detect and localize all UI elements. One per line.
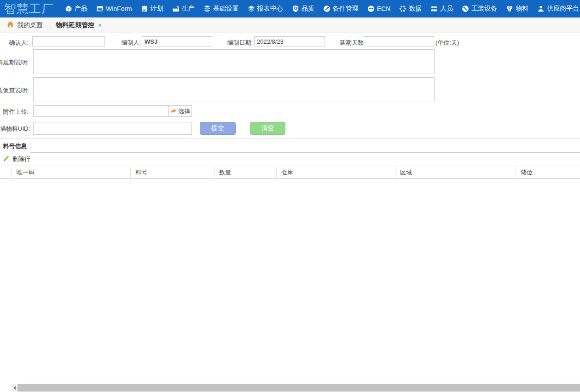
part-info-toolbar: 删除行 (0, 153, 580, 166)
menu-item-label: 计划 (151, 5, 163, 13)
tab-bar: 我的桌面 物料延期管控 × (0, 17, 580, 33)
attachment-upload-box: 选择 (33, 105, 192, 117)
menu-item-label: 产品 (75, 5, 87, 13)
quality-review-desc-textarea[interactable] (33, 77, 435, 102)
notepad-icon (141, 5, 148, 12)
delay-days-input[interactable] (364, 36, 434, 46)
grid-header-storage-location[interactable]: 储位 (516, 167, 580, 178)
grid-header-unique-code[interactable]: 唯一码 (12, 167, 130, 178)
menu-item-label: 物料 (516, 5, 528, 13)
menu-item-basic-settings[interactable]: 基础设置 (203, 5, 239, 13)
menu-item-label: 报表中心 (257, 5, 283, 13)
menu-item-label: 工装设备 (471, 5, 497, 13)
menu-item-label: 基础设置 (213, 5, 239, 13)
tab-label: 我的桌面 (17, 21, 43, 29)
tab-part-number-info[interactable]: 料号信息 (0, 139, 30, 153)
material-delay-desc-label: 物料延期说明: (0, 58, 29, 67)
database-icon (203, 5, 211, 12)
menu-item-spare-parts[interactable]: 备件管理 (323, 5, 359, 13)
menu-item-data[interactable]: 数据 (399, 5, 422, 13)
tab-my-desktop[interactable]: 我的桌面 (0, 17, 49, 33)
menu-item-personnel[interactable]: 人员 (430, 5, 453, 13)
main-menu: 产品 WinForm 计划 生产 基础设置 报表中心 (65, 5, 580, 13)
grid-header-warehouse[interactable]: 仓库 (276, 167, 395, 178)
pencil-icon (3, 155, 10, 164)
close-icon[interactable]: × (98, 22, 102, 29)
wrench-circle-icon (323, 5, 331, 12)
home-icon (6, 21, 14, 29)
choose-arrow-icon (170, 108, 177, 115)
menu-item-label: 品质 (302, 5, 314, 13)
confirmer-label: 确认人: (9, 39, 29, 47)
grid-header-quantity[interactable]: 数量 (214, 167, 276, 178)
delay-days-unit-label: (单位:天) (435, 39, 459, 47)
grid-header-selector-cell[interactable] (0, 167, 12, 178)
factory-icon (172, 5, 180, 12)
menu-item-tooling[interactable]: 工装设备 (462, 5, 497, 13)
tab-label: 物料延期管控 (56, 21, 94, 29)
scan-material-uid-label: 扫描物料UID: (0, 125, 30, 133)
menu-item-ecn[interactable]: ECN (367, 5, 391, 12)
scan-material-uid-input[interactable] (33, 122, 192, 135)
delete-row-button[interactable]: 删除行 (12, 155, 30, 163)
menu-item-material[interactable]: 物料 (506, 5, 528, 13)
menu-item-label: 人员 (440, 5, 453, 13)
window-icon (96, 5, 104, 12)
left-triangle-icon (13, 386, 16, 390)
menu-item-product[interactable]: 产品 (65, 5, 87, 13)
menu-item-supplier-platform[interactable]: 供应商平台 (537, 5, 579, 13)
tab-material-delay-control[interactable]: 物料延期管控 × (49, 17, 108, 33)
clear-button[interactable]: 清空 (250, 122, 285, 135)
menu-item-winform[interactable]: WinForm (96, 5, 132, 12)
menu-item-production[interactable]: 生产 (172, 5, 195, 13)
compiler-label: 编制人: (121, 39, 141, 47)
menu-item-plan[interactable]: 计划 (141, 5, 163, 13)
scrollbar-thumb[interactable] (17, 384, 580, 392)
compile-date-input[interactable] (254, 36, 325, 46)
layers-icon (248, 5, 255, 12)
tool-circle-icon (462, 5, 469, 12)
horizontal-scrollbar (12, 384, 580, 392)
attachment-upload-label: 附件上传: (3, 108, 29, 116)
part-info-tab-strip: 料号信息 (0, 138, 580, 153)
cluster-icon (506, 5, 513, 12)
compile-date-label: 编制日期: (227, 39, 253, 47)
choose-file-button[interactable]: 选择 (168, 106, 191, 116)
people-icon (430, 5, 438, 12)
confirmer-input[interactable] (32, 36, 105, 46)
sync-circle-icon (367, 5, 375, 12)
menu-item-label: 生产 (182, 5, 195, 13)
quality-shield-icon (292, 5, 299, 12)
material-delay-desc-textarea[interactable] (33, 49, 435, 74)
menu-item-quality[interactable]: 品质 (292, 5, 314, 13)
menu-item-report-center[interactable]: 报表中心 (248, 5, 283, 13)
menu-item-label: 备件管理 (333, 5, 359, 13)
menu-item-label: ECN (377, 5, 391, 12)
compiler-input[interactable] (142, 36, 212, 46)
segmented-circle-icon (399, 5, 406, 12)
app-logo: 智慧工厂 (4, 1, 54, 17)
submit-button[interactable]: 提交 (200, 122, 236, 135)
menu-item-label: 数据 (409, 5, 422, 13)
attachment-input[interactable] (34, 106, 168, 116)
quality-review-desc-label: 品质复查说明: (0, 86, 29, 95)
grid-header-part-number[interactable]: 料号 (130, 167, 214, 178)
menu-item-label: WinForm (106, 5, 132, 12)
menu-item-label: 供应商平台 (547, 5, 579, 13)
supplier-badge-icon (537, 5, 545, 12)
delay-days-label: 延期天数 (340, 39, 364, 47)
app-window: 智慧工厂 产品 WinForm 计划 生产 基础设置 (0, 0, 580, 392)
grid-header-area[interactable]: 区域 (395, 167, 516, 178)
top-navbar: 智慧工厂 产品 WinForm 计划 生产 基础设置 (0, 0, 580, 17)
grid-header-row: 唯一码 料号 数量 仓库 区域 储位 (0, 167, 580, 179)
scroll-left-arrow[interactable] (12, 384, 17, 392)
choose-file-label: 选择 (178, 107, 190, 115)
cube-icon (65, 5, 72, 12)
